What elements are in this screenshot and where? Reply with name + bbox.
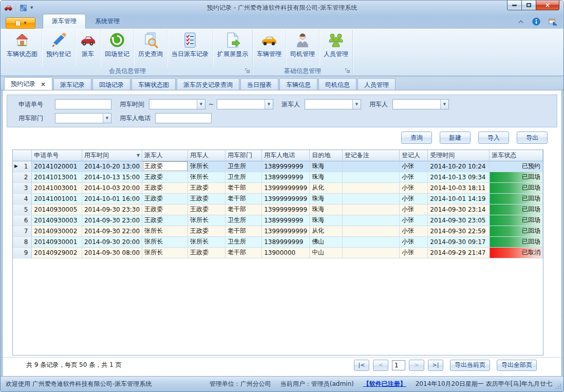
- ribbon-button[interactable]: 司机管理: [286, 30, 319, 66]
- data-cell[interactable]: 2014-09-30 22:59: [428, 226, 490, 236]
- data-cell[interactable]: 20141001001: [32, 193, 82, 204]
- action-button-导出[interactable]: 导出: [517, 132, 548, 144]
- action-button-查询[interactable]: 查询: [401, 132, 432, 144]
- ribbon-button[interactable]: 扩展屏显示: [213, 30, 252, 66]
- data-cell[interactable]: 2014-09-30 08:00: [82, 247, 142, 258]
- dropdown-arrow-icon[interactable]: ▼: [440, 100, 448, 109]
- layout-icon[interactable]: [20, 4, 27, 12]
- ribbon-button[interactable]: 车辆状态图: [3, 30, 42, 66]
- data-cell[interactable]: 卫生所: [225, 172, 262, 182]
- column-header[interactable]: 用车人: [188, 150, 225, 161]
- data-cell[interactable]: 2014-10-20 13:00: [82, 161, 142, 172]
- data-cell[interactable]: 2014-10-20 10:24: [428, 161, 490, 172]
- row-indicator-cell[interactable]: ▶1: [13, 161, 32, 172]
- data-cell[interactable]: 从化: [310, 226, 343, 236]
- data-cell[interactable]: 13999999999: [262, 204, 310, 215]
- data-cell[interactable]: 2014-09-30 23:05: [428, 215, 490, 226]
- data-cell[interactable]: 张所长: [142, 247, 188, 258]
- ribbon-tab[interactable]: 派车管理: [43, 14, 86, 29]
- data-cell[interactable]: 老干部: [225, 193, 262, 204]
- qat-dropdown-arrow-icon[interactable]: ▼: [30, 6, 33, 10]
- data-cell[interactable]: [342, 247, 399, 258]
- status-cell[interactable]: 已回场: [490, 172, 543, 182]
- data-cell[interactable]: 2014-10-03 18:11: [428, 182, 490, 193]
- data-cell[interactable]: 张所长: [188, 172, 225, 182]
- filter-combo[interactable]: ▼: [305, 99, 361, 109]
- data-cell[interactable]: 2014-09-30 20:00: [82, 236, 142, 247]
- data-cell[interactable]: 张所长: [188, 215, 225, 226]
- dialog-launcher-icon[interactable]: [345, 68, 350, 73]
- data-cell[interactable]: 2014-09-30 23:14: [428, 204, 490, 215]
- close-button[interactable]: ×: [536, 1, 559, 10]
- status-cell[interactable]: 已回场: [490, 182, 543, 193]
- filter-text-input[interactable]: [155, 113, 212, 123]
- data-cell[interactable]: 卫生所: [225, 215, 262, 226]
- collapse-ribbon-icon[interactable]: [518, 20, 524, 24]
- data-cell[interactable]: 卫生所: [225, 236, 262, 247]
- document-tab[interactable]: 派车记录: [53, 78, 91, 90]
- column-filter-icon[interactable]: ▼: [137, 153, 140, 158]
- data-cell[interactable]: 老干部: [225, 247, 262, 258]
- data-cell[interactable]: 20141020001: [32, 161, 82, 172]
- status-cell[interactable]: 已取消: [490, 247, 543, 258]
- data-cell[interactable]: 2014-09-30 09:17: [428, 236, 490, 247]
- data-cell[interactable]: 1389999999: [262, 215, 310, 226]
- action-button-新建[interactable]: 新建: [440, 132, 471, 144]
- data-cell[interactable]: [342, 204, 399, 215]
- filter-combo[interactable]: ▼: [392, 99, 449, 109]
- data-cell[interactable]: 王政委: [142, 215, 188, 226]
- column-header[interactable]: 申请单号: [32, 150, 82, 161]
- title-bar[interactable]: ▼ 预约记录 - 广州爱奇迪软件科技有限公司-派车管理系统 ×: [1, 1, 563, 15]
- row-indicator-cell[interactable]: 6: [13, 215, 32, 226]
- ribbon-button[interactable]: 预约登记: [42, 30, 75, 66]
- filter-combo[interactable]: ▼: [55, 113, 111, 123]
- row-indicator-cell[interactable]: 3: [13, 182, 32, 193]
- data-cell[interactable]: 1389999999: [262, 172, 310, 182]
- document-tab[interactable]: 回场记录: [92, 78, 130, 90]
- column-header[interactable]: 用车部门: [225, 150, 262, 161]
- row-indicator-cell[interactable]: 5: [13, 204, 32, 215]
- first-page-button[interactable]: |<: [354, 360, 369, 371]
- ribbon-button[interactable]: 回场登记: [100, 30, 134, 66]
- column-header[interactable]: 用车时间▼: [82, 150, 142, 161]
- data-cell[interactable]: 小张: [400, 182, 428, 193]
- data-cell[interactable]: [342, 215, 399, 226]
- data-cell[interactable]: 2014-09-30 23:00: [82, 215, 142, 226]
- data-cell[interactable]: 20140930001: [32, 236, 82, 247]
- data-cell[interactable]: 小张: [400, 172, 428, 182]
- status-cell[interactable]: 已回场: [490, 193, 543, 204]
- data-cell[interactable]: 小张: [400, 161, 428, 172]
- data-cell[interactable]: [342, 236, 399, 247]
- data-cell[interactable]: 2014-09-30 22:00: [82, 226, 142, 236]
- ribbon-button[interactable]: 历史查询: [134, 30, 167, 66]
- document-tab[interactable]: 人员管理: [358, 78, 396, 90]
- data-cell[interactable]: 小张: [400, 215, 428, 226]
- document-tab[interactable]: 车辆信息: [279, 78, 317, 90]
- data-cell[interactable]: 20141003001: [32, 182, 82, 193]
- data-cell[interactable]: 13999999999: [262, 226, 310, 236]
- column-header[interactable]: 派车状态: [490, 150, 543, 161]
- data-cell[interactable]: 珠海: [310, 215, 343, 226]
- data-cell[interactable]: 20140930005: [32, 204, 82, 215]
- data-cell[interactable]: 老干部: [225, 182, 262, 193]
- status-cell[interactable]: 已预约: [490, 161, 543, 172]
- data-cell[interactable]: 王政委: [188, 204, 225, 215]
- ribbon-button[interactable]: 当日派车记录: [167, 30, 213, 66]
- data-cell[interactable]: 20140929002: [32, 247, 82, 258]
- data-cell[interactable]: 佛山: [310, 236, 343, 247]
- dropdown-arrow-icon[interactable]: ▼: [352, 100, 361, 109]
- row-indicator-cell[interactable]: 7: [13, 226, 32, 236]
- data-cell[interactable]: 王政委: [142, 182, 188, 193]
- next-page-button[interactable]: >: [409, 360, 424, 371]
- data-cell[interactable]: 13999999999: [262, 182, 310, 193]
- data-cell[interactable]: 2014-10-13 15:00: [82, 172, 142, 182]
- data-cell[interactable]: 20140930003: [32, 215, 82, 226]
- page-number-input[interactable]: [392, 360, 405, 370]
- data-cell[interactable]: 小张: [400, 236, 428, 247]
- dropdown-arrow-icon[interactable]: ▼: [103, 114, 111, 123]
- data-cell[interactable]: 2014-09-29 21:47: [428, 247, 490, 258]
- status-cell[interactable]: 已回场: [490, 236, 543, 247]
- data-cell[interactable]: 珠海: [310, 193, 343, 204]
- row-indicator-cell[interactable]: 2: [13, 172, 32, 182]
- data-cell[interactable]: 张所长: [188, 236, 225, 247]
